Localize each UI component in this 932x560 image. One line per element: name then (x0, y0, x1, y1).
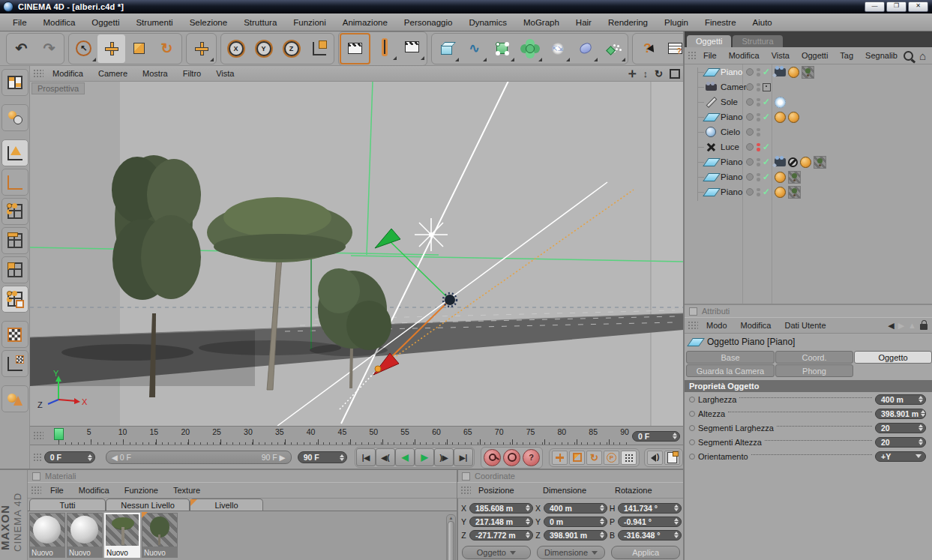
attributes-menu-item[interactable]: Modifica (734, 321, 778, 330)
home-icon[interactable]: ⌂ (919, 50, 926, 61)
object-row[interactable]: Piano ✓ (685, 184, 932, 199)
texture-mode-button[interactable] (1, 321, 28, 348)
texture-tag-icon[interactable] (775, 112, 786, 123)
previous-key-button[interactable]: ◀( (376, 448, 395, 466)
dimension-z-field[interactable]: 398.901 m (544, 530, 607, 541)
menu-item[interactable]: MoGraph (515, 18, 568, 27)
texture-tag-icon[interactable] (788, 112, 799, 123)
particles-button[interactable] (599, 34, 627, 63)
rotation-b-field[interactable]: -316.348 ° (618, 530, 682, 541)
go-to-end-button[interactable]: ▶| (454, 448, 473, 466)
spinner[interactable] (673, 430, 677, 442)
panel-square-icon[interactable] (32, 472, 40, 481)
oggetto-dropdown[interactable]: Oggetto (462, 546, 531, 559)
material-item-selected[interactable]: Nuovo (104, 513, 140, 559)
lock-z-button[interactable]: Z (277, 34, 305, 63)
go-to-start-button[interactable]: |◀ (356, 448, 376, 466)
tab-nessun-livello[interactable]: Nessun Livello (106, 499, 190, 511)
enabled-check-icon[interactable]: ✓ (763, 97, 770, 107)
rotation-h-field[interactable]: 141.734 ° (618, 503, 682, 514)
tab-struttura[interactable]: Struttura (733, 35, 782, 47)
end-frame-field[interactable]: 90 F (298, 451, 347, 463)
history-forward-icon[interactable]: ▶ (898, 321, 904, 331)
param-bullet-icon[interactable] (689, 425, 695, 431)
protection-tag-icon[interactable] (788, 157, 798, 167)
object-row[interactable]: Sole ✓ (685, 94, 932, 109)
viewport-menu-item[interactable]: Modifica (45, 69, 91, 78)
coordinate-system-button[interactable] (305, 34, 333, 63)
materials-menu-item[interactable]: Texture (166, 486, 208, 495)
viewport-menu-item[interactable]: Camere (91, 69, 135, 78)
camera-target-icon[interactable] (763, 83, 771, 91)
object-axis-mode-button[interactable] (1, 169, 28, 196)
object-name[interactable]: Piano (721, 67, 742, 76)
tab-tutti[interactable]: Tutti (29, 499, 106, 511)
help-button[interactable]: ? (634, 34, 661, 63)
object-menu-item[interactable]: Oggetti (796, 51, 834, 60)
camera-mapping-tag-icon[interactable] (775, 158, 786, 166)
material-thumbnail-sphere[interactable] (67, 513, 103, 547)
segmenti-larghezza-field[interactable]: 20 (875, 423, 926, 433)
object-name[interactable]: Luce (721, 142, 739, 151)
tab-oggetti[interactable]: Oggetti (687, 35, 731, 47)
tree-texture-tag-icon[interactable] (788, 186, 801, 199)
range-left-grip[interactable]: ◀ (112, 453, 118, 462)
timeline-ruler[interactable]: 051015202530354045505560657075808590 0 F (30, 426, 683, 445)
grip-handle[interactable] (688, 321, 698, 331)
key-rotation-toggle[interactable]: ↻ (586, 451, 602, 465)
materials-scrollbar[interactable]: ▲ ▼ (446, 514, 456, 560)
sun-tag-icon[interactable] (775, 97, 786, 108)
tab-guarda-la-camera[interactable]: Guarda la Camera (686, 364, 775, 377)
texture-axis-mode-button[interactable] (1, 350, 28, 377)
model-mode-button[interactable] (1, 139, 28, 166)
tree-texture-tag-icon[interactable] (814, 156, 826, 169)
key-scale-toggle[interactable] (569, 451, 585, 465)
next-key-button[interactable]: )▶ (434, 448, 454, 466)
param-bullet-icon[interactable] (689, 411, 695, 417)
preview-range-slider[interactable]: ◀ 0 F 90 F ▶ (106, 451, 292, 464)
menu-item[interactable]: Rendering (600, 18, 656, 27)
keyframe-selection-button[interactable] (664, 451, 680, 465)
autokey-button[interactable] (503, 449, 520, 466)
object-menu-item[interactable]: Modifica (723, 51, 766, 60)
position-y-field[interactable]: 217.148 m (469, 517, 533, 527)
primitive-cube-button[interactable] (433, 34, 460, 63)
visibility-dots[interactable] (757, 128, 760, 136)
object-name[interactable]: Piano (721, 157, 742, 166)
rotate-button[interactable]: ↻ (153, 34, 181, 63)
layer-dot[interactable] (746, 83, 754, 91)
menu-item[interactable]: Personaggio (396, 18, 461, 27)
menu-item[interactable]: Finestre (697, 18, 745, 27)
tab-phong[interactable]: Phong (775, 364, 853, 377)
layout-button[interactable] (1, 69, 28, 96)
object-name[interactable]: Piano (721, 187, 742, 196)
material-item[interactable]: Nuovo (67, 513, 103, 559)
layer-dot[interactable] (746, 98, 754, 106)
range-right-grip[interactable]: ▶ (280, 453, 286, 462)
object-menu-item[interactable]: Segnalib (859, 51, 904, 60)
enabled-check-icon[interactable]: ✓ (763, 67, 770, 77)
object-row[interactable]: Cielo (685, 124, 932, 139)
param-bullet-icon[interactable] (689, 397, 695, 403)
sound-toggle[interactable] (647, 451, 663, 465)
segmenti-altezza-field[interactable]: 20 (875, 437, 926, 448)
tree-texture-tag-icon[interactable] (788, 171, 801, 184)
menu-item[interactable]: Plugin (656, 18, 697, 27)
render-settings-button[interactable] (370, 33, 398, 61)
param-bullet-icon[interactable] (689, 439, 695, 445)
grip-handle[interactable] (688, 51, 696, 61)
spinner[interactable] (921, 408, 925, 419)
timeline-playhead[interactable] (54, 428, 64, 440)
spinner[interactable] (919, 436, 923, 448)
tree-texture-tag-icon[interactable] (802, 66, 814, 79)
current-frame-field[interactable]: 0 F (632, 431, 680, 442)
layer-dot[interactable] (746, 173, 754, 181)
texture-tag-icon[interactable] (775, 187, 786, 198)
redo-button[interactable]: ↷ (35, 34, 63, 63)
grip-handle[interactable] (31, 486, 41, 496)
edges-mode-button[interactable] (1, 227, 28, 254)
object-row[interactable]: Piano ✓ (685, 109, 932, 124)
material-item[interactable]: Nuovo (29, 513, 65, 559)
camera-mapping-tag-icon[interactable] (775, 68, 786, 76)
deformer-button[interactable]: ⇱⇲ (544, 34, 571, 63)
